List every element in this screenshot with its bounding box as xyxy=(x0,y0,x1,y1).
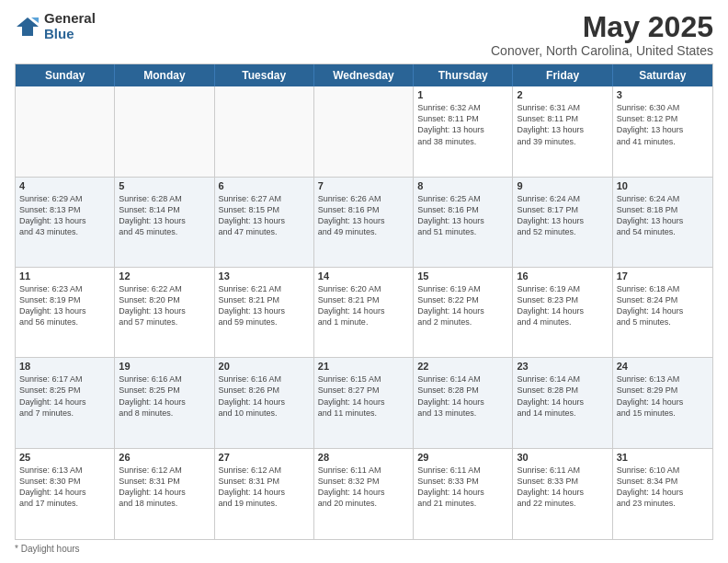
day-number: 31 xyxy=(617,452,709,463)
logo: General Blue xyxy=(15,11,96,41)
day-info: Sunrise: 6:16 AM Sunset: 8:25 PM Dayligh… xyxy=(119,373,210,419)
logo-blue-text: Blue xyxy=(44,27,96,42)
day-info: Sunrise: 6:30 AM Sunset: 8:12 PM Dayligh… xyxy=(617,102,709,147)
day-number: 22 xyxy=(417,361,508,372)
day-cell-26: 26Sunrise: 6:12 AM Sunset: 8:31 PM Dayli… xyxy=(115,449,214,539)
day-number: 3 xyxy=(617,89,709,100)
day-number: 24 xyxy=(617,361,709,372)
day-number: 26 xyxy=(119,452,210,463)
day-info: Sunrise: 6:14 AM Sunset: 8:28 PM Dayligh… xyxy=(417,373,508,419)
day-info: Sunrise: 6:23 AM Sunset: 8:19 PM Dayligh… xyxy=(19,283,110,328)
day-info: Sunrise: 6:20 AM Sunset: 8:21 PM Dayligh… xyxy=(318,283,409,328)
day-info: Sunrise: 6:28 AM Sunset: 8:14 PM Dayligh… xyxy=(119,193,210,238)
day-number: 25 xyxy=(19,452,110,463)
day-number: 18 xyxy=(19,361,110,372)
day-cell-3: 3Sunrise: 6:30 AM Sunset: 8:12 PM Daylig… xyxy=(613,86,712,176)
calendar-header-row: SundayMondayTuesdayWednesdayThursdayFrid… xyxy=(16,64,712,86)
day-cell-17: 17Sunrise: 6:18 AM Sunset: 8:24 PM Dayli… xyxy=(613,268,712,357)
day-cell-16: 16Sunrise: 6:19 AM Sunset: 8:23 PM Dayli… xyxy=(513,268,612,357)
calendar-week-1: 1Sunrise: 6:32 AM Sunset: 8:11 PM Daylig… xyxy=(16,86,712,177)
day-info: Sunrise: 6:21 AM Sunset: 8:21 PM Dayligh… xyxy=(219,283,310,328)
day-info: Sunrise: 6:24 AM Sunset: 8:18 PM Dayligh… xyxy=(617,193,709,238)
day-number: 14 xyxy=(318,270,409,282)
day-info: Sunrise: 6:27 AM Sunset: 8:15 PM Dayligh… xyxy=(219,193,310,238)
day-info: Sunrise: 6:24 AM Sunset: 8:17 PM Dayligh… xyxy=(517,193,608,238)
day-number: 27 xyxy=(219,452,310,463)
calendar-week-4: 18Sunrise: 6:17 AM Sunset: 8:25 PM Dayli… xyxy=(16,358,712,448)
header: General Blue May 2025 Conover, North Car… xyxy=(15,11,713,58)
day-cell-13: 13Sunrise: 6:21 AM Sunset: 8:21 PM Dayli… xyxy=(215,268,314,357)
day-cell-19: 19Sunrise: 6:16 AM Sunset: 8:25 PM Dayli… xyxy=(115,358,214,447)
day-number: 8 xyxy=(417,180,508,191)
day-cell-11: 11Sunrise: 6:23 AM Sunset: 8:19 PM Dayli… xyxy=(16,268,115,357)
day-info: Sunrise: 6:14 AM Sunset: 8:28 PM Dayligh… xyxy=(517,373,608,419)
day-number: 13 xyxy=(219,270,310,282)
day-info: Sunrise: 6:13 AM Sunset: 8:29 PM Dayligh… xyxy=(617,373,709,419)
day-cell-20: 20Sunrise: 6:16 AM Sunset: 8:26 PM Dayli… xyxy=(215,358,314,447)
day-cell-29: 29Sunrise: 6:11 AM Sunset: 8:33 PM Dayli… xyxy=(414,449,513,539)
day-info: Sunrise: 6:13 AM Sunset: 8:30 PM Dayligh… xyxy=(19,465,110,510)
day-info: Sunrise: 6:15 AM Sunset: 8:27 PM Dayligh… xyxy=(318,373,409,419)
empty-cell xyxy=(314,86,414,176)
day-cell-18: 18Sunrise: 6:17 AM Sunset: 8:25 PM Dayli… xyxy=(16,358,115,447)
day-cell-8: 8Sunrise: 6:25 AM Sunset: 8:16 PM Daylig… xyxy=(414,178,513,267)
day-number: 4 xyxy=(19,180,110,191)
day-number: 10 xyxy=(617,180,709,191)
day-number: 5 xyxy=(119,180,210,191)
day-info: Sunrise: 6:12 AM Sunset: 8:31 PM Dayligh… xyxy=(119,465,210,510)
calendar: SundayMondayTuesdayWednesdayThursdayFrid… xyxy=(15,63,713,540)
day-number: 29 xyxy=(417,452,508,463)
day-info: Sunrise: 6:17 AM Sunset: 8:25 PM Dayligh… xyxy=(19,373,110,419)
day-cell-14: 14Sunrise: 6:20 AM Sunset: 8:21 PM Dayli… xyxy=(314,268,414,357)
day-info: Sunrise: 6:11 AM Sunset: 8:33 PM Dayligh… xyxy=(417,465,508,510)
day-info: Sunrise: 6:11 AM Sunset: 8:32 PM Dayligh… xyxy=(318,465,409,510)
logo-text: General Blue xyxy=(44,11,96,41)
day-info: Sunrise: 6:10 AM Sunset: 8:34 PM Dayligh… xyxy=(617,465,709,510)
calendar-header-tuesday: Tuesday xyxy=(215,64,314,86)
day-number: 23 xyxy=(517,361,608,372)
day-info: Sunrise: 6:26 AM Sunset: 8:16 PM Dayligh… xyxy=(318,193,409,238)
day-number: 1 xyxy=(417,89,508,100)
day-number: 15 xyxy=(417,270,508,282)
day-cell-1: 1Sunrise: 6:32 AM Sunset: 8:11 PM Daylig… xyxy=(414,86,513,176)
day-info: Sunrise: 6:22 AM Sunset: 8:20 PM Dayligh… xyxy=(119,283,210,328)
month-title: May 2025 xyxy=(491,11,713,43)
day-cell-30: 30Sunrise: 6:11 AM Sunset: 8:33 PM Dayli… xyxy=(513,449,612,539)
day-number: 6 xyxy=(219,180,310,191)
day-info: Sunrise: 6:19 AM Sunset: 8:22 PM Dayligh… xyxy=(417,283,508,328)
day-number: 30 xyxy=(517,452,608,463)
day-cell-28: 28Sunrise: 6:11 AM Sunset: 8:32 PM Dayli… xyxy=(314,449,414,539)
day-number: 21 xyxy=(318,361,409,372)
day-cell-4: 4Sunrise: 6:29 AM Sunset: 8:13 PM Daylig… xyxy=(16,178,115,267)
day-info: Sunrise: 6:16 AM Sunset: 8:26 PM Dayligh… xyxy=(219,373,310,419)
day-number: 20 xyxy=(219,361,310,372)
page: General Blue May 2025 Conover, North Car… xyxy=(0,0,728,563)
day-number: 2 xyxy=(517,89,608,100)
day-cell-9: 9Sunrise: 6:24 AM Sunset: 8:17 PM Daylig… xyxy=(513,178,612,267)
day-cell-24: 24Sunrise: 6:13 AM Sunset: 8:29 PM Dayli… xyxy=(613,358,712,447)
day-cell-23: 23Sunrise: 6:14 AM Sunset: 8:28 PM Dayli… xyxy=(513,358,612,447)
calendar-week-2: 4Sunrise: 6:29 AM Sunset: 8:13 PM Daylig… xyxy=(16,178,712,268)
day-info: Sunrise: 6:29 AM Sunset: 8:13 PM Dayligh… xyxy=(19,193,110,238)
calendar-week-5: 25Sunrise: 6:13 AM Sunset: 8:30 PM Dayli… xyxy=(16,449,712,539)
day-number: 9 xyxy=(517,180,608,191)
title-block: May 2025 Conover, North Carolina, United… xyxy=(491,11,713,58)
footer-note: * Daylight hours xyxy=(15,544,713,554)
logo-icon xyxy=(15,14,40,40)
day-cell-12: 12Sunrise: 6:22 AM Sunset: 8:20 PM Dayli… xyxy=(115,268,214,357)
empty-cell xyxy=(16,86,115,176)
calendar-header-thursday: Thursday xyxy=(414,64,513,86)
day-cell-7: 7Sunrise: 6:26 AM Sunset: 8:16 PM Daylig… xyxy=(314,178,414,267)
empty-cell xyxy=(215,86,314,176)
day-cell-5: 5Sunrise: 6:28 AM Sunset: 8:14 PM Daylig… xyxy=(115,178,214,267)
day-number: 12 xyxy=(119,270,210,282)
daylight-hours-label: Daylight hours xyxy=(21,544,80,554)
day-info: Sunrise: 6:25 AM Sunset: 8:16 PM Dayligh… xyxy=(417,193,508,238)
day-info: Sunrise: 6:11 AM Sunset: 8:33 PM Dayligh… xyxy=(517,465,608,510)
day-cell-31: 31Sunrise: 6:10 AM Sunset: 8:34 PM Dayli… xyxy=(613,449,712,539)
calendar-body: 1Sunrise: 6:32 AM Sunset: 8:11 PM Daylig… xyxy=(16,86,712,539)
day-number: 16 xyxy=(517,270,608,282)
calendar-header-wednesday: Wednesday xyxy=(314,64,414,86)
day-cell-15: 15Sunrise: 6:19 AM Sunset: 8:22 PM Dayli… xyxy=(414,268,513,357)
day-number: 11 xyxy=(19,270,110,282)
